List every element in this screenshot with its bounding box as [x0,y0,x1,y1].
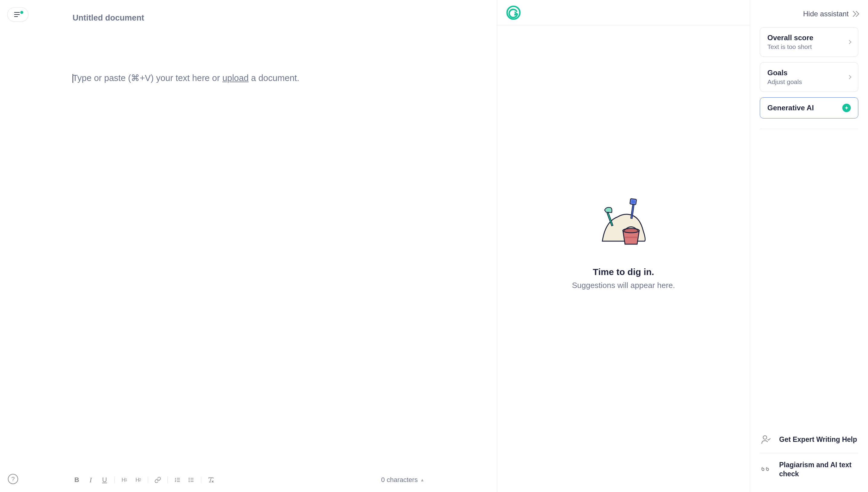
overall-score-card[interactable]: Overall score Text is too short [760,27,858,57]
card-title: Goals [767,69,802,77]
placeholder-text-pre: Type or paste (⌘+V) your text here or [73,73,222,83]
hide-assistant-button[interactable]: Hide assistant [760,6,858,27]
placeholder-text-post: a document. [249,73,299,83]
expert-help-button[interactable]: Get Expert Writing Help [760,426,858,453]
unordered-list-icon [188,476,195,483]
toolbar-divider [148,476,148,483]
svg-point-8 [189,482,190,482]
unordered-list-button[interactable] [187,476,196,484]
bold-button[interactable]: B [73,476,81,484]
upload-link[interactable]: upload [222,73,249,83]
expert-help-label: Get Expert Writing Help [779,435,857,444]
character-count-label: 0 characters [381,476,418,484]
heading2-button[interactable]: H2 [134,476,142,484]
heading1-button[interactable]: H1 [120,476,128,484]
empty-state-subtitle: Suggestions will appear here. [572,281,675,290]
toolbar-divider [114,476,115,483]
svg-rect-17 [625,237,637,238]
card-subtitle: Adjust goals [767,78,802,85]
grammarly-logo-icon [506,5,521,20]
clear-format-icon [208,476,214,483]
goals-card[interactable]: Goals Adjust goals [760,62,858,92]
svg-point-18 [763,436,767,439]
svg-rect-14 [631,200,635,203]
character-count[interactable]: 0 characters ▲ [381,476,424,484]
card-title: Overall score [767,33,813,42]
italic-button[interactable]: I [86,476,95,484]
ordered-list-icon [174,476,181,483]
format-toolbar: B I U H1 H2 [0,468,497,492]
ordered-list-button[interactable] [173,476,182,484]
suggestions-panel: Time to dig in. Suggestions will appear … [497,0,750,492]
suggestions-header [497,0,750,25]
link-button[interactable] [153,476,162,484]
document-title[interactable]: Untitled document [73,13,473,23]
svg-point-7 [189,479,190,480]
expert-icon [760,434,772,446]
double-chevron-right-icon [851,12,858,16]
quote-icon [760,464,772,476]
editor-content[interactable]: Type or paste (⌘+V) your text here or up… [73,71,473,85]
empty-state-title: Time to dig in. [593,267,654,277]
generative-ai-card[interactable]: Generative AI [760,97,858,119]
svg-point-6 [189,478,190,479]
card-title: Generative AI [767,104,814,112]
chevron-up-icon: ▲ [420,477,424,482]
underline-button[interactable]: U [100,476,109,484]
chevron-right-icon [847,75,851,79]
generative-ai-icon [842,104,851,112]
right-sidebar: Hide assistant Overall score Text is too… [750,0,868,492]
plagiarism-label: Plagiarism and AI text check [779,461,858,479]
link-icon [154,476,161,483]
suggestions-empty-state: Time to dig in. Suggestions will appear … [497,25,750,492]
card-subtitle: Text is too short [767,43,813,50]
sandcastle-illustration [596,191,651,252]
hide-assistant-label: Hide assistant [803,10,849,18]
clear-format-button[interactable] [207,476,215,484]
plagiarism-button[interactable]: Plagiarism and AI text check [760,453,858,486]
sidebar-divider [760,129,858,129]
chevron-right-icon [847,40,851,44]
toolbar-divider [201,476,201,483]
editor-area: Untitled document Type or paste (⌘+V) yo… [0,0,497,492]
